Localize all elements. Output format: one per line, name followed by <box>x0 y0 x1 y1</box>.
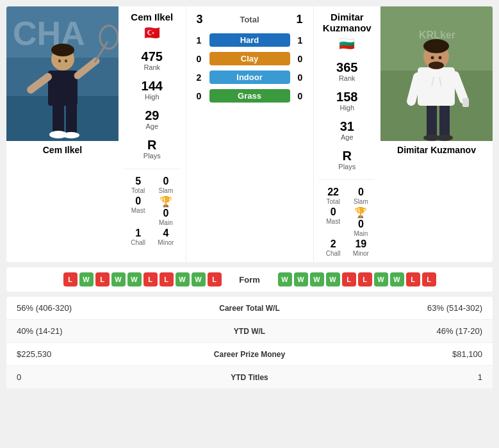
ytd-wl-left: 40% (14-21) <box>17 326 199 336</box>
left-form-pill-7: W <box>176 272 190 286</box>
left-total-label: Total <box>127 187 149 194</box>
career-total-left: 56% (406-320) <box>17 303 199 313</box>
right-age-block: 31 Age <box>340 119 354 141</box>
left-trophy-stat: 🏆 0 Main <box>155 195 176 226</box>
stats-row-career-total: 56% (406-320) Career Total W/L 63% (514-… <box>6 297 493 320</box>
right-total-stat: 22 Total <box>323 187 344 205</box>
ytd-wl-label: YTD W/L <box>199 327 301 336</box>
total-row: 3 Total 1 <box>186 10 313 29</box>
career-prize-right: $81,100 <box>301 349 483 359</box>
right-high-label: High <box>336 104 357 112</box>
total-label: Total <box>240 15 259 24</box>
clay-badge: Clay <box>209 52 290 65</box>
right-plays-label: Plays <box>338 163 356 170</box>
svg-rect-29 <box>462 98 469 107</box>
left-main-label: Main <box>159 219 173 226</box>
left-plays-value: R <box>143 138 161 152</box>
right-form-pill-6: W <box>374 272 388 286</box>
career-total-right: 63% (514-302) <box>301 303 483 313</box>
left-slam-label: Slam <box>155 187 176 194</box>
hard-score-right: 1 <box>294 35 307 46</box>
left-player-stats: Cem Ilkel 🇹🇷 475 Rank 144 High 29 Age R … <box>119 6 186 262</box>
left-form-pill-4: W <box>127 272 142 286</box>
right-mast-stat: 0 Mast <box>323 206 344 237</box>
svg-point-33 <box>431 56 434 60</box>
surface-clay-row: 0 Clay 0 <box>186 50 313 67</box>
right-rank-label: Rank <box>336 74 357 82</box>
left-age-value: 29 <box>145 108 159 122</box>
right-minor-label: Minor <box>350 250 372 257</box>
surface-rows: 1 Hard 1 0 Clay 0 2 Indoor 0 0 Grass <box>186 31 313 106</box>
stats-row-ytd-titles: 0 YTD Titles 1 <box>6 366 493 388</box>
left-total-value: 5 <box>127 176 149 187</box>
right-slam-label: Slam <box>350 198 372 205</box>
right-player-name-bottom: Dimitar Kuzmanov <box>380 141 493 159</box>
right-player-name-top: Dimitar Kuzmanov <box>316 12 379 33</box>
left-chall-stat: 1 Chall <box>127 228 149 246</box>
left-total-stat: 5 Total <box>127 176 149 194</box>
right-form-pill-4: L <box>342 272 356 286</box>
svg-point-7 <box>63 132 79 138</box>
clay-score-right: 0 <box>294 54 307 64</box>
grass-score-left: 0 <box>193 91 206 101</box>
left-age-label: Age <box>145 122 159 130</box>
svg-point-23 <box>436 135 453 141</box>
top-section: CHA <box>6 6 493 262</box>
svg-point-34 <box>439 56 442 60</box>
left-player-photo: CHA <box>6 6 119 141</box>
svg-rect-24 <box>418 67 455 106</box>
surface-hard-row: 1 Hard 1 <box>186 31 313 49</box>
left-minor-stat: 4 Minor <box>155 228 176 246</box>
left-chall-label: Chall <box>127 239 149 246</box>
right-photo-container: KRLker <box>380 6 493 141</box>
right-chall-stat: 2 Chall <box>323 238 344 257</box>
left-rank-value: 475 <box>142 49 163 63</box>
stats-row-ytd-wl: 40% (14-21) YTD W/L 46% (17-20) <box>6 320 493 343</box>
left-rank-label: Rank <box>142 63 163 71</box>
right-form-pill-2: W <box>310 272 324 286</box>
right-form-pill-8: L <box>406 272 420 286</box>
right-form-pill-9: L <box>422 272 436 286</box>
svg-point-14 <box>51 44 74 56</box>
left-main-value: 0 <box>163 208 168 219</box>
right-age-value: 31 <box>340 119 354 133</box>
svg-text:CHA: CHA <box>13 15 85 52</box>
ytd-titles-label: YTD Titles <box>199 373 301 382</box>
left-player-name-top: Cem Ilkel <box>131 12 173 22</box>
right-main-value: 0 <box>358 219 364 230</box>
left-minor-value: 4 <box>155 228 176 239</box>
svg-rect-8 <box>48 71 78 106</box>
left-form-pill-6: L <box>160 272 174 286</box>
left-age-block: 29 Age <box>145 108 159 130</box>
left-minor-label: Minor <box>155 239 176 246</box>
svg-point-32 <box>429 62 444 69</box>
svg-point-15 <box>58 60 61 63</box>
grass-badge: Grass <box>209 89 290 103</box>
right-form-pill-1: W <box>294 272 308 286</box>
left-high-value: 144 <box>142 79 163 93</box>
right-slam-value: 0 <box>350 187 372 198</box>
ytd-titles-right: 1 <box>301 372 483 382</box>
svg-rect-21 <box>439 101 450 138</box>
right-flag: 🇧🇬 <box>339 36 355 51</box>
right-plays-value: R <box>338 149 356 163</box>
right-mini-stats: 22 Total 0 Slam 0 Mast 🏆 0 Main <box>316 187 379 257</box>
left-form-pill-1: W <box>79 272 94 286</box>
surface-indoor-row: 2 Indoor 0 <box>186 69 313 86</box>
hard-score-left: 1 <box>193 35 206 46</box>
main-container: CHA <box>0 0 499 395</box>
career-prize-label: Career Prize Money <box>199 350 301 359</box>
left-photo-container: CHA <box>6 6 119 141</box>
svg-point-16 <box>65 60 67 63</box>
left-form-pill-2: L <box>95 272 110 286</box>
total-score-right: 1 <box>296 13 302 26</box>
right-total-value: 22 <box>323 187 344 198</box>
indoor-score-right: 0 <box>294 72 307 83</box>
right-player-photo-panel: KRLker <box>380 6 493 262</box>
right-rank-value: 365 <box>336 60 357 74</box>
left-form-pill-9: L <box>208 272 222 286</box>
left-form-pill-5: L <box>143 272 158 286</box>
right-mast-value: 0 <box>323 206 344 218</box>
form-pills-left: L W L W W L L W W L <box>13 272 222 286</box>
surface-grass-row: 0 Grass 0 <box>186 87 313 104</box>
